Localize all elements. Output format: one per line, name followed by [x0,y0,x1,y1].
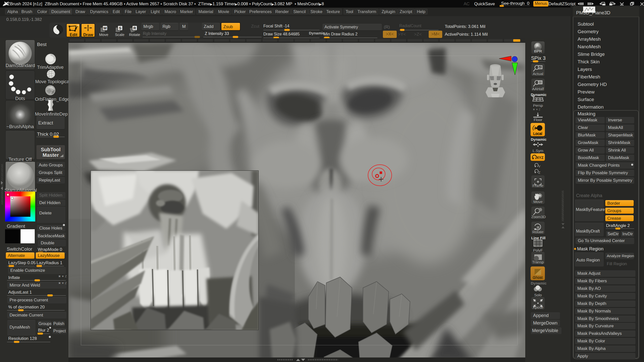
svg-text:M: M [103,26,107,30]
svg-text:S: S [119,26,121,30]
svg-text:R: R [133,26,136,30]
svg-text:XYZ: XYZ [537,156,544,160]
svg-text:x1: x1 [539,66,542,69]
svg-text:Z: Z [538,171,540,174]
svg-text:Y: Y [538,165,541,168]
